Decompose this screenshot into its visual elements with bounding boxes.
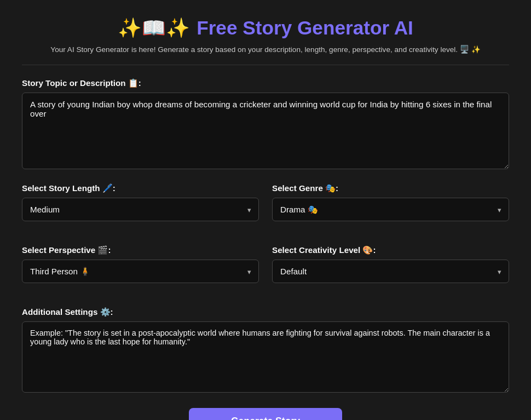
- creativity-select[interactable]: Default Low Medium High Very High: [272, 260, 509, 283]
- story-length-section: Select Story Length 🖊️: Short Medium Lon…: [22, 183, 259, 221]
- genre-wrapper: Action Drama 🎭 Fantasy Horror Romance Sc…: [272, 198, 509, 221]
- book-icon: ✨📖✨: [118, 16, 190, 39]
- story-topic-section: Story Topic or Description 📋: A story of…: [22, 78, 509, 171]
- perspective-creativity-row: Select Perspective 🎬: First Person Secon…: [22, 245, 509, 295]
- story-length-select[interactable]: Short Medium Long Very Long: [22, 198, 259, 221]
- genre-select[interactable]: Action Drama 🎭 Fantasy Horror Romance Sc…: [272, 198, 509, 221]
- header-divider: [22, 65, 509, 65]
- additional-settings-section: Additional Settings ⚙️: Example: "The st…: [22, 307, 509, 395]
- subtitle-text: Your AI Story Generator is here! Generat…: [22, 45, 509, 54]
- perspective-wrapper: First Person Second Person Third Person …: [22, 260, 259, 283]
- title-text: Free Story Generator AI: [197, 17, 413, 39]
- story-topic-input[interactable]: A story of young Indian boy whop dreams …: [22, 93, 509, 169]
- generate-story-button[interactable]: Generate Story: [189, 408, 342, 420]
- additional-settings-input[interactable]: Example: "The story is set in a post-apo…: [22, 321, 509, 393]
- genre-label: Select Genre 🎭:: [272, 183, 509, 193]
- perspective-section: Select Perspective 🎬: First Person Secon…: [22, 245, 259, 283]
- creativity-label: Select Creativity Level 🎨:: [272, 245, 509, 255]
- creativity-wrapper: Default Low Medium High Very High ▾: [272, 260, 509, 283]
- genre-section: Select Genre 🎭: Action Drama 🎭 Fantasy H…: [272, 183, 509, 221]
- perspective-label: Select Perspective 🎬:: [22, 245, 259, 255]
- page-header: ✨📖✨ Free Story Generator AI Your AI Stor…: [22, 11, 509, 54]
- additional-settings-label: Additional Settings ⚙️:: [22, 307, 509, 317]
- length-genre-row: Select Story Length 🖊️: Short Medium Lon…: [22, 183, 509, 233]
- story-topic-label: Story Topic or Description 📋:: [22, 78, 509, 88]
- perspective-select[interactable]: First Person Second Person Third Person …: [22, 260, 259, 283]
- story-length-label: Select Story Length 🖊️:: [22, 183, 259, 193]
- creativity-section: Select Creativity Level 🎨: Default Low M…: [272, 245, 509, 283]
- app-title: ✨📖✨ Free Story Generator AI: [22, 16, 509, 39]
- story-length-wrapper: Short Medium Long Very Long ▾: [22, 198, 259, 221]
